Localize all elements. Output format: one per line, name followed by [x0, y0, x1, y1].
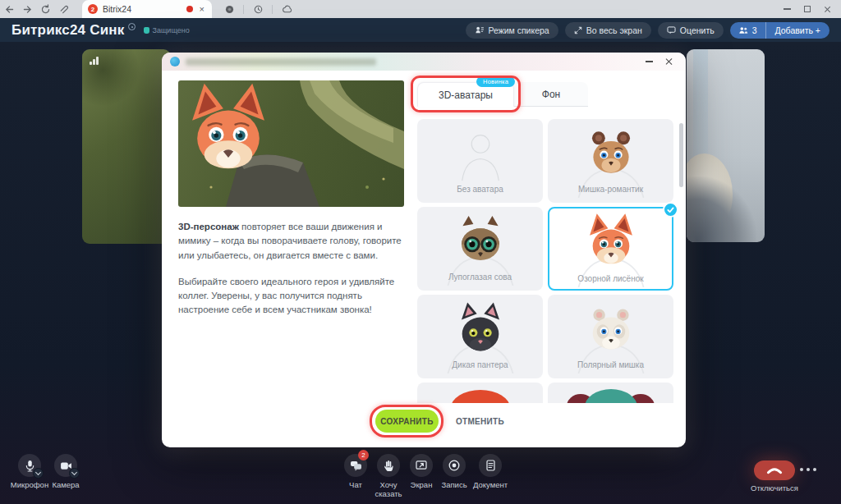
call-controls-bar: Микрофон Камера 2 Чат Хочу сказать	[0, 447, 841, 504]
speaker-mode-button[interactable]: Режим спикера	[466, 22, 558, 39]
browser-bar: 2 Bitrix24 ×	[0, 0, 841, 18]
avatar-tile-polar-bear[interactable]: Полярный мишка	[548, 295, 673, 378]
document-label: Документ	[466, 481, 515, 490]
fox-avatar-icon	[581, 212, 641, 271]
modal-title-blurred	[186, 58, 376, 66]
raise-hand-icon	[384, 460, 394, 471]
browser-extensions	[220, 0, 296, 18]
rate-button[interactable]: Оценить	[658, 22, 724, 39]
panther-avatar-icon	[451, 300, 510, 359]
window-close-icon[interactable]	[824, 6, 831, 13]
avatar-grid: Без аватара Мишка-романтик	[417, 119, 838, 403]
cloud-icon[interactable]	[278, 0, 296, 18]
mic-button[interactable]: Микрофон	[8, 454, 51, 490]
scrollbar-thumb[interactable]	[679, 123, 683, 187]
participants-count: 3	[752, 25, 757, 35]
reload-icon[interactable]	[36, 0, 54, 18]
fullscreen-button[interactable]: Во весь экран	[565, 22, 651, 39]
avatar-label: Мишка-романтик	[548, 185, 673, 194]
fullscreen-label: Во весь экран	[586, 25, 642, 35]
bear-avatar-icon	[581, 124, 641, 183]
back-icon[interactable]	[0, 0, 18, 18]
tab-3d-avatars-label: 3D-аватары	[439, 89, 493, 101]
record-icon	[448, 460, 460, 471]
tab-close-icon[interactable]: ×	[198, 4, 206, 14]
extension-icon[interactable]	[220, 0, 238, 18]
partial-avatar-teal	[585, 389, 637, 403]
window-maximize-icon[interactable]	[804, 6, 811, 12]
protected-indicator: Защищено	[144, 26, 190, 34]
avatar-tile-partial-teal[interactable]	[548, 383, 673, 403]
tab-3d-avatars[interactable]: 3D-аватары Новинка	[417, 82, 514, 107]
camera-button[interactable]: Камера	[48, 454, 84, 490]
description-lead: 3D-персонаж	[178, 222, 239, 231]
hangup-phone-icon	[766, 467, 783, 474]
grid-scrollbar[interactable]	[679, 123, 683, 399]
avatar-label: Без аватара	[417, 185, 543, 194]
owl-avatar-icon	[451, 212, 510, 271]
add-participant-button[interactable]: Добавить +	[766, 22, 830, 39]
recording-dot-icon	[186, 6, 193, 12]
modal-titlebar	[162, 53, 686, 71]
tab-favicon-badge: 2	[88, 4, 98, 14]
call-toolbar: Битрикс24 Синк Защищено Режим спикера Во…	[0, 18, 841, 42]
disconnect-button[interactable]	[754, 460, 795, 480]
chat-icon	[350, 460, 362, 471]
no-avatar-silhouette-icon	[451, 124, 510, 183]
participants-button[interactable]: 3	[730, 22, 766, 39]
info-icon	[128, 23, 136, 30]
browser-tab[interactable]: 2 Bitrix24 ×	[82, 0, 212, 18]
avatar-tile-bear[interactable]: Мишка-романтик	[548, 119, 673, 203]
document-icon	[486, 460, 495, 471]
window-minimize-icon[interactable]	[784, 8, 791, 10]
screen-share-icon	[416, 460, 427, 470]
mic-options-chevron[interactable]	[33, 468, 44, 479]
more-options-icon[interactable]	[800, 468, 816, 471]
avatar-preview-image	[178, 80, 404, 207]
fullscreen-icon	[574, 26, 582, 34]
tab-title: Bitrix24	[103, 4, 182, 14]
app-title: Битрикс24 Синк	[11, 22, 125, 39]
window-controls	[784, 6, 841, 13]
polar-bear-avatar-icon	[581, 300, 641, 359]
avatar-tile-partial-red[interactable]	[417, 383, 543, 403]
avatar-tile-none[interactable]: Без аватара	[417, 119, 543, 203]
participants-add-control: 3 Добавить +	[730, 22, 830, 39]
partial-avatar-red	[451, 390, 510, 403]
speaker-person-icon	[475, 25, 484, 34]
avatar-label: Дикая пантера	[417, 360, 543, 369]
avatar-label: Полярный мишка	[548, 360, 673, 369]
protected-label: Защищено	[153, 26, 190, 34]
rate-label: Оценить	[680, 25, 715, 35]
avatar-label: Озорной лисёнок	[549, 274, 672, 283]
description-p2: Выбирайте своего идеального героя и удив…	[178, 275, 407, 318]
participants-icon	[738, 26, 748, 34]
history-clock-icon[interactable]	[249, 0, 267, 18]
avatar-description: 3D-персонаж повторяет все ваши движения …	[178, 220, 407, 318]
bitrix24-call-screen: 2 Bitrix24 × Битрикс24 Синк Защищено	[0, 0, 841, 504]
shield-icon	[144, 27, 149, 34]
new-feature-badge: Новинка	[476, 76, 515, 87]
bitrix-app-icon	[170, 57, 180, 66]
save-button[interactable]: СОХРАНИТЬ	[375, 410, 439, 433]
avatar-tile-fox-selected[interactable]: Озорной лисёнок	[548, 207, 673, 291]
cancel-button[interactable]: ОТМЕНИТЬ	[451, 410, 509, 433]
link-icon[interactable]	[54, 0, 72, 18]
document-button[interactable]: Документ	[466, 454, 515, 490]
avatar-tile-panther[interactable]: Дикая пантера	[417, 295, 543, 378]
camera-label: Камера	[48, 481, 84, 490]
tab-background[interactable]: Фон	[514, 82, 588, 107]
avatar-settings-modal: 3D-персонаж повторяет все ваши движения …	[162, 53, 686, 447]
avatar-tile-owl[interactable]: Лупоглазая сова	[417, 207, 543, 291]
camera-options-chevron[interactable]	[69, 468, 80, 479]
modal-minimize-icon[interactable]	[646, 61, 653, 62]
mic-label: Микрофон	[8, 481, 51, 490]
modal-close-icon[interactable]	[664, 57, 673, 66]
speaker-mode-label: Режим спикера	[488, 25, 549, 35]
disconnect-label: Отключиться	[733, 483, 816, 493]
selected-check-icon	[663, 202, 678, 218]
forward-icon[interactable]	[18, 0, 36, 18]
avatar-label: Лупоглазая сова	[417, 273, 543, 282]
video-tile-avatar-preview[interactable]	[82, 49, 171, 244]
fox-avatar-large	[178, 80, 278, 181]
